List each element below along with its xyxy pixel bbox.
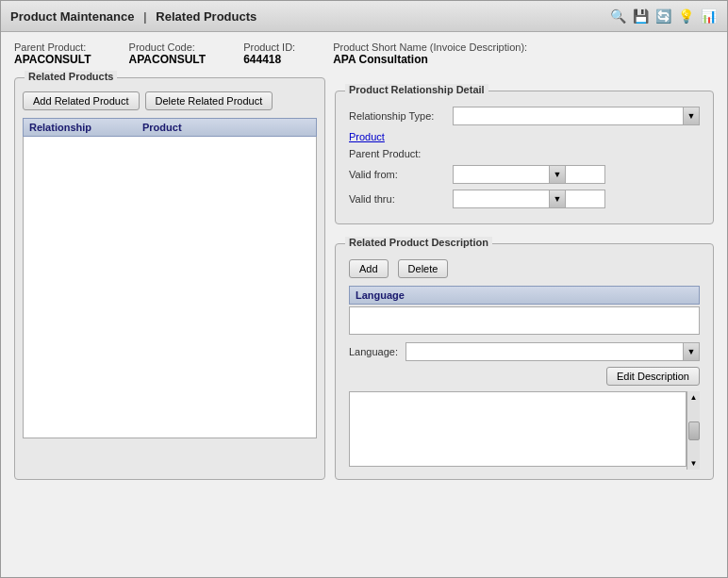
edit-description-btn-row: Edit Description xyxy=(349,367,700,386)
save-icon[interactable]: 💾 xyxy=(631,7,650,25)
title-text: Product Maintenance xyxy=(10,9,134,24)
bulb-icon[interactable]: 💡 xyxy=(676,7,695,25)
valid-from-arrow[interactable]: ▼ xyxy=(549,165,566,184)
product-link-row: Product xyxy=(349,131,700,142)
valid-from-wrapper: ▼ xyxy=(453,165,566,184)
product-code-value: APACONSULT xyxy=(129,53,207,66)
language-select-wrapper: ▼ xyxy=(405,342,700,361)
short-name-value: APA Consultation xyxy=(333,53,527,66)
valid-from-row: Valid from: ▼ xyxy=(349,165,700,184)
product-code-label: Product Code: xyxy=(129,41,207,53)
product-link[interactable]: Product xyxy=(349,131,700,142)
delete-description-button[interactable]: Delete xyxy=(398,259,449,278)
header-info: Parent Product: APACONSULT Product Code:… xyxy=(14,41,714,66)
valid-from-input[interactable] xyxy=(453,165,605,184)
relationship-col-header: Relationship xyxy=(29,122,142,133)
valid-from-label: Valid from: xyxy=(349,169,453,180)
titlebar: Product Maintenance | Related Products 🔍… xyxy=(1,1,727,32)
add-description-button[interactable]: Add xyxy=(349,259,389,278)
edit-description-button[interactable]: Edit Description xyxy=(606,367,700,386)
language-col-header: Language xyxy=(349,286,700,305)
parent-product-label: Parent Product: xyxy=(14,41,91,53)
refresh-icon[interactable]: 🔄 xyxy=(654,7,672,25)
relationship-type-wrapper: ▼ xyxy=(453,107,700,125)
short-name-field: Product Short Name (Invoice Description)… xyxy=(333,41,527,66)
valid-thru-row: Valid thru: ▼ xyxy=(349,190,700,208)
valid-thru-label: Valid thru: xyxy=(349,193,453,205)
detail-title: Product Relationship Detail xyxy=(345,84,488,95)
parent-product-value: APACONSULT xyxy=(14,53,91,66)
parent-product-field: Parent Product: APACONSULT xyxy=(14,41,91,66)
short-name-label: Product Short Name (Invoice Description)… xyxy=(333,41,527,53)
language-input[interactable] xyxy=(405,342,700,361)
related-products-list-header: Relationship Product xyxy=(23,118,317,137)
add-related-product-button[interactable]: Add Related Product xyxy=(23,91,140,110)
related-products-title: Related Products xyxy=(25,71,117,82)
subtitle-text: Related Products xyxy=(156,9,256,24)
main-area: Related Products Add Related Product Del… xyxy=(14,77,714,480)
chart-icon[interactable]: 📊 xyxy=(699,7,718,25)
description-textarea-wrapper: ▲ ▼ xyxy=(349,391,700,470)
product-col-header: Product xyxy=(142,122,182,133)
parent-product-detail-label: Parent Product: xyxy=(349,148,453,159)
language-list[interactable] xyxy=(349,306,700,335)
description-btn-row: Add Delete xyxy=(349,259,700,278)
toolbar-icons: 🔍 💾 🔄 💡 📊 xyxy=(608,7,718,25)
main-window: Product Maintenance | Related Products 🔍… xyxy=(0,0,728,578)
relationship-type-label: Relationship Type: xyxy=(349,110,453,122)
relationship-type-arrow[interactable]: ▼ xyxy=(683,107,700,125)
description-scrollbar[interactable]: ▲ ▼ xyxy=(687,391,700,470)
binoculars-icon[interactable]: 🔍 xyxy=(608,7,627,25)
product-code-field: Product Code: APACONSULT xyxy=(129,41,207,66)
valid-thru-input[interactable] xyxy=(453,190,605,208)
page-title: Product Maintenance | Related Products xyxy=(10,9,256,24)
scroll-down-arrow[interactable]: ▼ xyxy=(688,457,700,470)
product-relationship-detail: Product Relationship Detail Relationship… xyxy=(335,91,714,224)
product-id-value: 644418 xyxy=(243,53,295,66)
scroll-up-arrow[interactable]: ▲ xyxy=(688,391,700,404)
valid-thru-wrapper: ▼ xyxy=(453,190,566,208)
related-products-panel: Related Products Add Related Product Del… xyxy=(14,77,325,480)
product-id-label: Product ID: xyxy=(243,41,295,53)
product-id-field: Product ID: 644418 xyxy=(243,41,295,66)
language-select-row: Language: ▼ xyxy=(349,342,700,361)
related-products-list[interactable] xyxy=(23,137,317,438)
language-arrow[interactable]: ▼ xyxy=(683,342,700,361)
relationship-type-row: Relationship Type: ▼ xyxy=(349,107,700,125)
related-product-description: Related Product Description Add Delete L… xyxy=(335,243,714,480)
right-panel: Product Relationship Detail Relationship… xyxy=(335,77,714,480)
description-textarea[interactable] xyxy=(349,391,687,467)
related-products-btn-row: Add Related Product Delete Related Produ… xyxy=(23,91,317,110)
description-title: Related Product Description xyxy=(345,237,492,248)
delete-related-product-button[interactable]: Delete Related Product xyxy=(145,91,273,110)
content-area: Parent Product: APACONSULT Product Code:… xyxy=(1,32,727,577)
relationship-type-input[interactable] xyxy=(453,107,700,125)
language-label: Language: xyxy=(349,346,405,357)
valid-thru-arrow[interactable]: ▼ xyxy=(549,190,566,208)
parent-product-row: Parent Product: xyxy=(349,148,700,159)
scroll-thumb[interactable] xyxy=(688,421,700,440)
